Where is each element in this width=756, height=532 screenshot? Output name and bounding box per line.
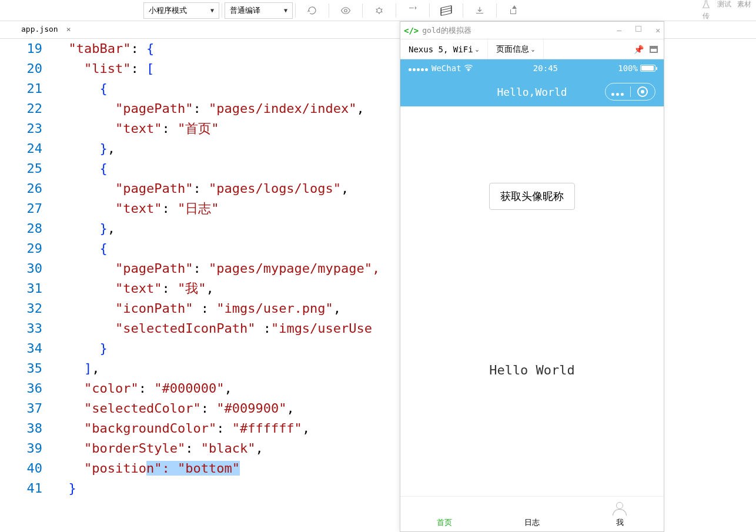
toolbar-label-assets[interactable]: 素材 xyxy=(737,0,751,21)
chevron-down-icon: ⌄ xyxy=(531,46,535,52)
pageinfo-label: 页面信息 xyxy=(496,44,529,55)
clock-label: 20:45 xyxy=(533,63,558,73)
line-number: 41 xyxy=(0,479,53,498)
line-number: 30 xyxy=(0,259,53,279)
mode-dropdown-label: 小程序模式 xyxy=(149,5,187,16)
tabbar-item[interactable]: 我 xyxy=(576,497,664,531)
line-number: 33 xyxy=(0,319,53,339)
capsule-close-button[interactable] xyxy=(631,86,655,97)
chevron-down-icon: ▼ xyxy=(284,7,287,14)
line-number: 37 xyxy=(0,399,53,419)
toolbar-label-test[interactable]: 测试 xyxy=(717,0,731,21)
battery-icon xyxy=(640,65,655,72)
separator xyxy=(463,4,463,18)
simulator-toolbar: Nexus 5, WiFi ⌄ 页面信息 ⌄ 📌 xyxy=(400,39,664,59)
nav-bar: Hello,World xyxy=(400,77,664,106)
tabbar-label: 我 xyxy=(616,517,624,528)
refresh-button[interactable] xyxy=(298,2,326,19)
capsule-menu[interactable] xyxy=(605,83,655,101)
separator xyxy=(496,4,497,18)
compile-dropdown-label: 普通编译 xyxy=(230,5,260,16)
capsule-more-button[interactable] xyxy=(606,86,630,98)
separator xyxy=(396,4,396,18)
line-number: 32 xyxy=(0,299,53,319)
ide-toolbar: 小程序模式 ▼ 普通编译 ▼ 传 测试 素材 xyxy=(0,0,756,21)
tabbar-item[interactable]: 首页 xyxy=(400,497,488,531)
simulator-titlebar[interactable]: </> gold的模拟器 — ✕ xyxy=(400,22,664,39)
line-number: 31 xyxy=(0,279,53,299)
eye-icon xyxy=(340,5,351,16)
close-button[interactable]: ✕ xyxy=(655,26,660,35)
flask-icon xyxy=(701,0,711,10)
line-number: 28 xyxy=(0,219,53,239)
separator xyxy=(429,4,430,18)
svg-point-0 xyxy=(344,9,347,12)
tab-icon xyxy=(525,502,539,516)
debug-button[interactable] xyxy=(365,2,393,19)
svg-point-1 xyxy=(377,8,382,13)
refresh-icon xyxy=(307,5,317,16)
line-number: 27 xyxy=(0,199,53,219)
maximize-button[interactable] xyxy=(635,26,641,32)
layers-button[interactable] xyxy=(432,2,460,19)
svg-point-2 xyxy=(468,70,469,71)
get-avatar-button[interactable]: 获取头像昵称 xyxy=(489,183,575,210)
battery-label: 100% xyxy=(618,63,638,73)
user-icon xyxy=(613,502,627,516)
download-button[interactable] xyxy=(466,2,494,19)
device-label: Nexus 5, WiFi xyxy=(409,45,473,54)
separator xyxy=(362,4,363,18)
chevron-down-icon: ▼ xyxy=(210,7,214,14)
dock-icon[interactable] xyxy=(650,46,658,53)
upload-button[interactable] xyxy=(499,2,527,19)
line-number: 24 xyxy=(0,139,53,159)
device-dropdown[interactable]: Nexus 5, WiFi ⌄ xyxy=(400,39,488,59)
page-body: 获取头像昵称 Hello World 首页日志我 xyxy=(400,106,664,531)
line-number: 25 xyxy=(0,159,53,179)
chevron-down-icon: ⌄ xyxy=(476,46,479,52)
line-number: 20 xyxy=(0,59,53,79)
simulator-window: </> gold的模拟器 — ✕ Nexus 5, WiFi ⌄ 页面信息 ⌄ … xyxy=(400,21,664,532)
target-icon xyxy=(637,86,648,97)
line-number: 36 xyxy=(0,379,53,399)
cut-button[interactable] xyxy=(399,2,427,19)
hello-text: Hello World xyxy=(489,363,575,377)
line-number: 40 xyxy=(0,459,53,479)
layers-icon xyxy=(441,6,451,15)
tabbar-label: 日志 xyxy=(524,517,540,528)
mode-dropdown[interactable]: 小程序模式 ▼ xyxy=(143,2,219,19)
tabbar-item[interactable]: 日志 xyxy=(488,497,576,531)
separator xyxy=(295,4,296,18)
separator xyxy=(329,4,329,18)
line-number: 35 xyxy=(0,359,53,379)
toolbar-label-upload[interactable]: 传 xyxy=(701,0,711,21)
file-tab-label: app.json xyxy=(21,25,58,34)
minimize-button[interactable]: — xyxy=(617,26,621,35)
file-tab-app-json[interactable]: app.json × xyxy=(9,21,75,38)
pageinfo-dropdown[interactable]: 页面信息 ⌄ xyxy=(488,39,544,59)
separator xyxy=(222,4,222,18)
line-number: 19 xyxy=(0,39,53,59)
line-number: 26 xyxy=(0,179,53,199)
line-number: 21 xyxy=(0,79,53,99)
pin-icon[interactable]: 📌 xyxy=(634,45,644,54)
code-icon: </> xyxy=(404,26,419,35)
status-bar: WeChat 20:45 100% xyxy=(400,59,664,77)
line-number: 38 xyxy=(0,419,53,439)
tab-bar: 首页日志我 xyxy=(400,496,664,531)
nav-title: Hello,World xyxy=(497,86,567,98)
line-number: 39 xyxy=(0,439,53,459)
line-number: 29 xyxy=(0,239,53,259)
tab-icon xyxy=(437,502,451,516)
carrier-label: WeChat xyxy=(431,63,461,73)
signal-icon xyxy=(409,63,429,73)
compile-dropdown[interactable]: 普通编译 ▼ xyxy=(225,2,293,19)
more-icon xyxy=(611,86,625,98)
line-number: 23 xyxy=(0,119,53,139)
line-number: 22 xyxy=(0,99,53,119)
line-number: 34 xyxy=(0,339,53,359)
close-icon[interactable]: × xyxy=(66,25,71,34)
upload-icon xyxy=(509,6,518,15)
preview-button[interactable] xyxy=(332,2,360,19)
cut-icon xyxy=(407,5,418,16)
